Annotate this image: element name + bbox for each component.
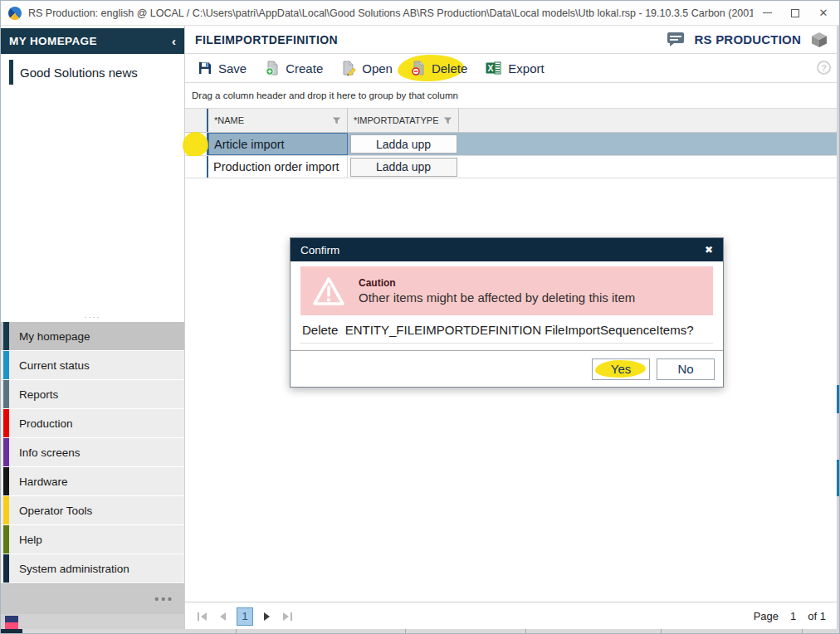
delete-button[interactable]: Delete (402, 57, 476, 79)
table-row-production-order-import[interactable]: Production order import Ladda upp (185, 156, 838, 178)
open-button[interactable]: Open (332, 57, 402, 79)
nav-item-label: My homepage (19, 322, 90, 350)
sidebar-item-current-status[interactable]: Current status (1, 351, 184, 380)
yes-label: Yes (611, 362, 631, 376)
yes-button[interactable]: Yes (592, 358, 650, 380)
dialog-header[interactable]: Confirm ✖ (291, 238, 723, 261)
importdatatype-dropdown[interactable]: Ladda upp (350, 134, 457, 154)
sidebar-splitter-handle[interactable]: ···· (1, 312, 184, 322)
no-label: No (677, 362, 693, 376)
page-number: 1 (790, 610, 796, 622)
save-button[interactable]: Save (188, 57, 256, 79)
nav-color-bar (3, 496, 9, 524)
delete-document-icon (411, 61, 426, 76)
column-header-importdatatype[interactable]: *IMPORTDATATYPE (348, 109, 459, 132)
sidebar-item-system-administration[interactable]: System administration (1, 554, 184, 583)
good-solutions-logo (5, 616, 18, 629)
create-button[interactable]: Create (256, 57, 332, 79)
pager-controls: 1 (197, 607, 293, 626)
close-button[interactable]: ✕ (809, 1, 838, 25)
bottom-dark-segment (1, 629, 22, 634)
page-status: Page 1 of 1 (754, 610, 826, 622)
open-document-icon (341, 61, 356, 76)
row-selector-cell[interactable] (185, 156, 208, 178)
filter-funnel-icon[interactable] (443, 116, 452, 125)
nav-color-bar (3, 380, 9, 408)
window-controls: ✕ (753, 1, 838, 25)
export-label: Export (508, 61, 544, 76)
highlight-marker-row (183, 132, 208, 157)
news-item-accent-bar (9, 60, 13, 85)
page-label: Page (754, 610, 779, 622)
nav-item-label: Current status (19, 351, 90, 379)
cell-importdatatype: Ladda upp (348, 156, 459, 178)
last-page-button[interactable] (281, 612, 293, 622)
module-cube-icon[interactable] (811, 32, 828, 48)
sidebar: MY HOMEPAGE ‹ Good Solutions news ···· M… (1, 26, 185, 630)
nav-item-label: Production (19, 409, 73, 437)
table-row-article-import[interactable]: Article import Ladda upp (185, 133, 838, 156)
maximize-icon (791, 9, 799, 17)
sidebar-item-info-screens[interactable]: Info screens (1, 438, 184, 467)
caution-banner: Caution Other items might be affected by… (300, 266, 713, 315)
app-window: RS Production: english @ LOCAL / C:\User… (0, 0, 840, 634)
save-floppy-icon (198, 61, 212, 76)
importdatatype-dropdown[interactable]: Ladda upp (350, 158, 457, 177)
sidebar-item-my-homepage[interactable]: My homepage (1, 322, 184, 351)
next-page-button[interactable] (263, 612, 271, 622)
cell-importdatatype: Ladda upp (348, 133, 459, 155)
dialog-footer: Yes No (291, 350, 723, 387)
filter-funnel-icon[interactable] (332, 116, 341, 125)
no-button[interactable]: No (657, 358, 715, 380)
sidebar-item-reports[interactable]: Reports (1, 380, 184, 409)
bottom-edge-strip (1, 629, 839, 634)
feedback-bubble-icon[interactable] (667, 32, 685, 47)
window-titlebar: RS Production: english @ LOCAL / C:\User… (1, 1, 839, 26)
minimize-button[interactable] (753, 1, 781, 25)
caution-message: Other items might be affected by deletin… (359, 290, 635, 305)
sidebar-collapse-icon[interactable]: ‹ (172, 34, 176, 48)
nav-item-label: Reports (19, 380, 58, 408)
sidebar-item-hardware[interactable]: Hardware (1, 467, 184, 496)
nav-item-label: Operator Tools (19, 496, 92, 524)
first-page-button[interactable] (197, 612, 208, 622)
dialog-close-icon[interactable]: ✖ (705, 244, 713, 256)
column-header-label: *IMPORTDATATYPE (354, 115, 438, 125)
delete-question: Delete ENTITY_FILEIMPORTDEFINITION FileI… (300, 315, 713, 344)
maximize-button[interactable] (781, 1, 809, 25)
sidebar-item-good-solutions-news[interactable]: Good Solutions news (1, 59, 184, 85)
main-header: FILEIMPORTDEFINITION RS PRODUCTION (185, 26, 838, 54)
minimize-icon (763, 12, 772, 13)
sidebar-item-production[interactable]: Production (1, 409, 184, 438)
edge-blue-segment (837, 460, 839, 496)
cell-name[interactable]: Production order import (208, 156, 348, 178)
delete-label: Delete (432, 61, 467, 76)
sidebar-item-help[interactable]: Help (1, 525, 184, 554)
row-selector-header[interactable] (185, 109, 208, 132)
caution-title: Caution (359, 277, 635, 289)
sidebar-item-operator-tools[interactable]: Operator Tools (1, 496, 184, 525)
current-page-button[interactable]: 1 (237, 607, 253, 626)
nav-item-label: Info screens (19, 438, 81, 466)
row-selector-cell[interactable] (185, 133, 208, 155)
toolbar: Save Create Open (185, 54, 838, 83)
window-title: RS Production: english @ LOCAL / C:\User… (28, 7, 753, 19)
previous-page-button[interactable] (218, 612, 227, 622)
help-icon[interactable]: ? (817, 61, 831, 75)
column-header-name[interactable]: *NAME (208, 109, 348, 132)
nav-color-bar (3, 409, 9, 437)
create-label: Create (286, 61, 323, 76)
confirm-dialog: Confirm ✖ Caution Other items might be a… (290, 237, 724, 388)
nav-item-label: System administration (19, 554, 129, 583)
warning-triangle-icon (312, 276, 345, 306)
page-of-label: of 1 (808, 610, 826, 622)
sidebar-more-button[interactable]: ••• (154, 593, 174, 606)
export-button[interactable]: X Export (476, 57, 553, 79)
news-item-label: Good Solutions news (20, 66, 138, 80)
sidebar-logo-area (1, 614, 184, 630)
cell-name[interactable]: Article import (208, 133, 348, 155)
caution-texts: Caution Other items might be affected by… (359, 277, 635, 305)
nav-color-bar (3, 525, 9, 554)
brand-label: RS PRODUCTION (695, 32, 801, 46)
sidebar-footer: ••• (1, 583, 184, 614)
